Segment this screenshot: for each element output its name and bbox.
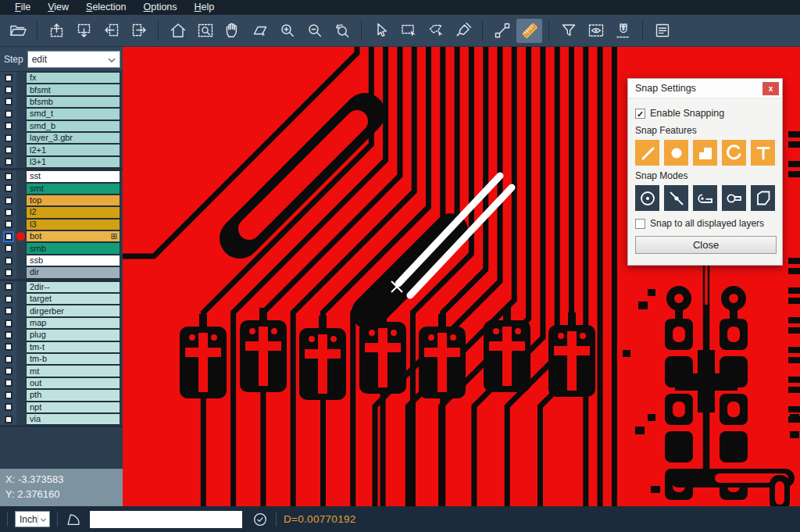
command-input[interactable]: [90, 511, 242, 528]
layer-row[interactable]: top ⊞: [0, 195, 123, 206]
pan-down-icon[interactable]: [71, 19, 97, 43]
layer-name[interactable]: dir ⊞: [26, 266, 120, 278]
snap-all-layers-checkbox[interactable]: [635, 219, 645, 229]
layer-name[interactable]: smd_b ⊞: [26, 120, 120, 132]
layer-name[interactable]: l2 ⊞: [26, 206, 120, 218]
layer-visibility-checkbox[interactable]: [5, 233, 12, 241]
layer-visibility-checkbox[interactable]: [5, 367, 12, 375]
layer-row[interactable]: dir ⊞: [0, 266, 123, 278]
layer-name[interactable]: 2dir-- ⊞: [26, 281, 120, 293]
menu-help[interactable]: Help: [186, 0, 223, 15]
snap-mode-slot-icon[interactable]: [722, 185, 746, 211]
layer-name[interactable]: l3+1 ⊞: [26, 156, 120, 168]
layer-name[interactable]: sst ⊞: [26, 170, 120, 182]
layer-name[interactable]: target ⊞: [26, 293, 120, 305]
layer-name[interactable]: map ⊞: [26, 317, 120, 329]
enable-snapping-checkbox[interactable]: ✓: [635, 109, 645, 119]
select-polygon-icon[interactable]: [423, 19, 448, 43]
pan-right-icon[interactable]: [126, 19, 152, 43]
layer-row[interactable]: fx ⊞: [0, 72, 123, 84]
menu-selection[interactable]: Selection: [77, 0, 134, 15]
report-icon[interactable]: [649, 19, 675, 43]
layer-row[interactable]: l3+1 ⊞: [0, 156, 123, 168]
zoom-in-icon[interactable]: [274, 19, 300, 43]
zoom-previous-icon[interactable]: [329, 19, 355, 43]
layer-name[interactable]: l2+1 ⊞: [26, 144, 120, 155]
close-icon[interactable]: x: [762, 82, 779, 95]
snap-mode-contour-icon[interactable]: [751, 185, 775, 211]
open-folder-icon[interactable]: [5, 19, 30, 43]
layer-visibility-checkbox[interactable]: [5, 197, 12, 205]
layer-visibility-checkbox[interactable]: [5, 257, 12, 265]
layer-row[interactable]: smd_t ⊞: [0, 108, 123, 120]
layer-visibility-checkbox[interactable]: [5, 122, 12, 130]
layer-row[interactable]: out ⊞: [0, 377, 123, 389]
snap-mode-slot-end-icon[interactable]: [693, 185, 717, 211]
layer-name[interactable]: bfsmb ⊞: [26, 96, 120, 108]
layer-row[interactable]: dirgerber ⊞: [0, 305, 123, 316]
menu-file[interactable]: File: [6, 0, 39, 15]
check-circle-icon[interactable]: [252, 511, 269, 528]
menu-options[interactable]: Options: [134, 0, 185, 15]
layer-row[interactable]: smt ⊞: [0, 183, 123, 195]
zoom-out-icon[interactable]: [302, 19, 327, 43]
layer-row[interactable]: ssb ⊞: [0, 255, 123, 266]
layer-visibility-checkbox[interactable]: [5, 320, 12, 327]
layer-row[interactable]: tm-b ⊞: [0, 353, 123, 365]
snap-feature-text-icon[interactable]: [751, 140, 775, 166]
layer-name[interactable]: mt ⊞: [26, 365, 120, 377]
zoom-window-icon[interactable]: [192, 19, 218, 43]
layer-row[interactable]: sst ⊞: [0, 170, 123, 182]
pan-up-icon[interactable]: [44, 19, 70, 43]
layer-visibility-checkbox[interactable]: [5, 343, 12, 351]
layer-name[interactable]: smb ⊞: [26, 242, 120, 254]
snap-feature-arc-icon[interactable]: [722, 140, 746, 166]
pan-hand-icon[interactable]: [220, 19, 245, 43]
layer-name[interactable]: smt ⊞: [26, 183, 120, 195]
zoom-polygon-icon[interactable]: [247, 19, 273, 43]
layer-visibility-checkbox[interactable]: [5, 379, 12, 387]
brush-select-icon[interactable]: [450, 19, 476, 43]
pan-left-icon[interactable]: [98, 19, 124, 43]
layer-visibility-checkbox[interactable]: [5, 209, 12, 216]
layer-name[interactable]: pth ⊞: [26, 389, 120, 401]
layer-row[interactable]: bot ⊞: [0, 230, 123, 242]
layer-visibility-checkbox[interactable]: [5, 86, 12, 94]
layer-name[interactable]: ssb ⊞: [26, 255, 120, 266]
layer-row[interactable]: target ⊞: [0, 293, 123, 305]
layer-visibility-checkbox[interactable]: [5, 220, 12, 228]
layer-row[interactable]: l2+1 ⊞: [0, 144, 123, 155]
select-pointer-icon[interactable]: [368, 19, 394, 43]
snap-feature-circle-icon[interactable]: [664, 140, 688, 166]
layer-visibility-checkbox[interactable]: [5, 134, 12, 142]
layer-row[interactable]: tm-t ⊞: [0, 341, 123, 353]
layer-visibility-checkbox[interactable]: [5, 391, 12, 399]
layer-row[interactable]: bfsmt ⊞: [0, 84, 123, 95]
layer-row[interactable]: l3 ⊞: [0, 219, 123, 230]
layer-visibility-checkbox[interactable]: [5, 98, 12, 105]
layer-row[interactable]: smb ⊞: [0, 242, 123, 254]
layer-visibility-checkbox[interactable]: [5, 74, 12, 82]
unit-select[interactable]: Inch: [15, 511, 50, 527]
home-view-icon[interactable]: [165, 19, 191, 43]
layer-visibility-checkbox[interactable]: [5, 184, 12, 192]
layer-name[interactable]: l3 ⊞: [26, 219, 120, 230]
layer-visibility-checkbox[interactable]: [5, 110, 12, 118]
dialog-close-button[interactable]: Close: [635, 236, 777, 254]
layer-visibility-checkbox[interactable]: [5, 403, 12, 411]
layer-row[interactable]: via ⊞: [0, 413, 123, 425]
layer-name[interactable]: layer_3.gbr ⊞: [26, 132, 120, 144]
layer-name[interactable]: smd_t ⊞: [26, 108, 120, 120]
layer-name[interactable]: fx ⊞: [26, 72, 120, 84]
snap-feature-line-icon[interactable]: [635, 140, 659, 166]
snap-magnet-icon[interactable]: [610, 19, 636, 43]
layer-row[interactable]: l2 ⊞: [0, 206, 123, 218]
layer-row[interactable]: map ⊞: [0, 317, 123, 329]
select-rectangle-icon[interactable]: [395, 19, 421, 43]
layer-row[interactable]: pth ⊞: [0, 389, 123, 401]
layer-visibility-checkbox[interactable]: [5, 331, 12, 339]
layer-name[interactable]: plug ⊞: [26, 329, 120, 341]
ruler-icon[interactable]: [516, 19, 542, 43]
menu-view[interactable]: View: [39, 0, 77, 15]
layer-visibility-checkbox[interactable]: [5, 295, 12, 303]
